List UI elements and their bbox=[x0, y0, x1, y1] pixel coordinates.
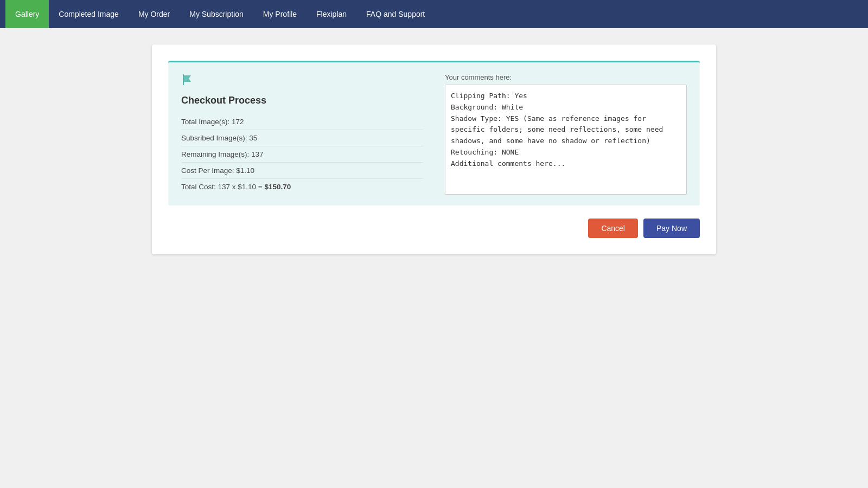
comments-label: Your comments here: bbox=[445, 73, 687, 81]
nav-item-my-subscription[interactable]: My Subscription bbox=[180, 0, 253, 28]
pay-now-button[interactable]: Pay Now bbox=[643, 219, 700, 238]
checkout-row-total-cost: Total Cost: 137 x $1.10 = $150.70 bbox=[181, 179, 423, 195]
nav-item-gallery[interactable]: Gallery bbox=[5, 0, 49, 28]
checkout-title: Checkout Process bbox=[181, 95, 423, 106]
checkout-row-cost-per-image: Cost Per Image: $1.10 bbox=[181, 163, 423, 179]
nav-item-completed-image[interactable]: Completed Image bbox=[49, 0, 129, 28]
checkout-row-subscribed-images: Subsribed Image(s): 35 bbox=[181, 130, 423, 146]
cancel-button[interactable]: Cancel bbox=[588, 219, 638, 238]
nav-item-faq-support[interactable]: FAQ and Support bbox=[356, 0, 435, 28]
nav-item-my-order[interactable]: My Order bbox=[129, 0, 180, 28]
checkout-panel: Checkout Process Total Image(s): 172 Sub… bbox=[168, 61, 700, 206]
comments-textarea[interactable] bbox=[445, 85, 687, 195]
nav-item-my-profile[interactable]: My Profile bbox=[253, 0, 307, 28]
checkout-row-total-images: Total Image(s): 172 bbox=[181, 114, 423, 130]
checkout-left: Checkout Process Total Image(s): 172 Sub… bbox=[181, 73, 423, 195]
nav-item-flexiplan[interactable]: Flexiplan bbox=[307, 0, 356, 28]
main-content: Checkout Process Total Image(s): 172 Sub… bbox=[0, 28, 868, 271]
navigation: Gallery Completed Image My Order My Subs… bbox=[0, 0, 868, 28]
card: Checkout Process Total Image(s): 172 Sub… bbox=[152, 44, 716, 254]
checkout-row-remaining-images: Remaining Image(s): 137 bbox=[181, 146, 423, 163]
checkout-icon bbox=[181, 73, 423, 89]
button-row: Cancel Pay Now bbox=[168, 219, 700, 238]
checkout-right: Your comments here: bbox=[445, 73, 687, 195]
